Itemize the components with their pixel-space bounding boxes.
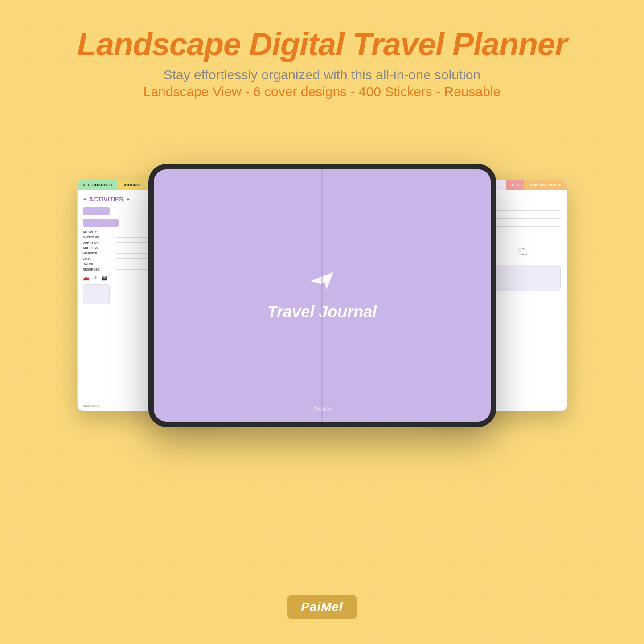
spine-line — [321, 169, 323, 422]
camera-icon: 📷 — [101, 275, 108, 281]
type-ca: Ca... — [518, 248, 561, 251]
main-title: Landscape Digital Travel Planner — [77, 27, 567, 62]
tablet-device: Travel Journal PaiMel — [148, 164, 496, 427]
type-other: O... — [518, 252, 561, 255]
subtitle-line2: Landscape View - 6 cover designs - 400 S… — [77, 84, 567, 99]
tab-trip-overview[interactable]: TRIP OVERVIEW — [524, 180, 566, 190]
tab-finances[interactable]: VEL FINANCES — [78, 180, 118, 190]
tablet-container: VEL FINANCES JOURNAL ACTIVITIES ACTIVITY… — [77, 122, 567, 469]
paimel-logo-footer: PaiMel — [287, 595, 357, 619]
paimel-store-text: PaiMel.store — [82, 404, 99, 407]
transport-icon: 🚗 — [83, 275, 90, 281]
radio-other — [518, 253, 521, 255]
purple-box — [83, 207, 110, 215]
tab-notes[interactable]: TES — [506, 180, 525, 190]
tab-journal[interactable]: JOURNAL — [117, 180, 148, 190]
header-section: Landscape Digital Travel Planner Stay ef… — [77, 27, 567, 99]
purple-box-2 — [83, 219, 119, 227]
subtitle-line1: Stay effortlessly organized with this al… — [77, 67, 567, 82]
plane-icon: ✈ — [93, 275, 98, 281]
radio-ca — [518, 248, 521, 251]
small-thumbnail — [83, 284, 110, 304]
tablet-screen: Travel Journal PaiMel — [154, 169, 491, 422]
